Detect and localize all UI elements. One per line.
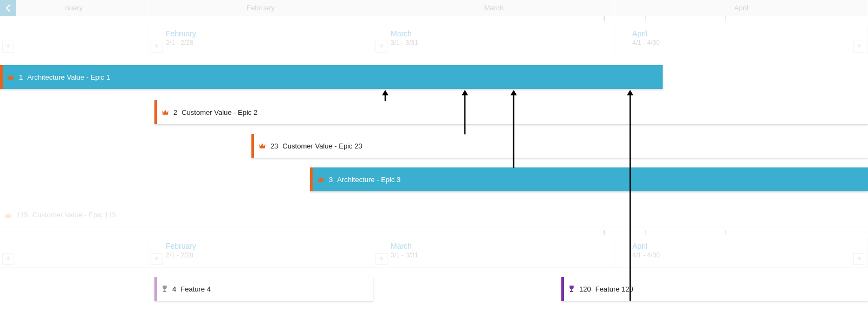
sprint-range: 4/1 - 4/30	[632, 251, 867, 259]
feature-id: 120	[579, 285, 591, 293]
trophy-icon	[161, 285, 168, 293]
sprint-cell-feb[interactable]: February 2/1 - 2/28 +	[148, 237, 373, 268]
tick	[725, 16, 726, 21]
feature-id: 4	[172, 285, 176, 293]
crown-icon	[258, 143, 266, 149]
crown-icon	[161, 109, 169, 115]
epic-id: 1	[19, 73, 23, 81]
add-button[interactable]: +	[853, 41, 865, 53]
tick	[645, 16, 646, 21]
epic-bar[interactable]: 115 Customer Value - Epic 115	[0, 203, 868, 227]
epic-title: Customer Value - Epic 115	[33, 211, 116, 219]
month-header: nuary February March April	[0, 0, 868, 16]
epic-bar[interactable]: 2 Customer Value - Epic 2	[154, 100, 868, 124]
tick	[725, 230, 726, 235]
sprint-name: February	[166, 29, 373, 38]
crown-icon	[317, 176, 325, 183]
add-button[interactable]: +	[853, 253, 865, 265]
add-button[interactable]: +	[151, 253, 163, 265]
month-cell-apr[interactable]: April	[615, 0, 868, 16]
feature-title: Feature 120	[595, 285, 633, 293]
epic-bar[interactable]: 3 Architecture - Epic 3	[310, 167, 868, 191]
sprint-row-bottom: + February 2/1 - 2/28 + March 3/1 - 3/31…	[0, 237, 868, 268]
sprint-cell[interactable]: +	[0, 25, 148, 55]
sprint-name: March	[391, 242, 614, 250]
arrow	[382, 90, 388, 101]
sprint-cell-feb[interactable]: February 2/1 - 2/28 +	[148, 25, 373, 55]
sprint-cell-apr[interactable]: April 4/1 - 4/30 +	[615, 237, 868, 268]
crown-icon	[7, 74, 15, 80]
sprint-range: 4/1 - 4/30	[632, 39, 867, 47]
sprint-range: 2/1 - 2/28	[166, 251, 373, 259]
epic-title: Customer Value - Epic 2	[182, 108, 257, 117]
epic-id: 2	[173, 108, 177, 117]
sprint-cell-apr[interactable]: April 4/1 - 4/30 +	[615, 25, 868, 55]
add-button[interactable]: +	[375, 253, 387, 265]
epic-title: Customer Value - Epic 23	[282, 142, 362, 150]
sprint-row-top: + February 2/1 - 2/28 + March 3/1 - 3/31…	[0, 25, 868, 55]
add-button[interactable]: +	[2, 41, 14, 53]
chevron-left-icon	[5, 4, 11, 12]
sprint-cell-mar[interactable]: March 3/1 - 3/31 +	[373, 25, 615, 55]
trophy-icon	[568, 285, 575, 293]
sprint-range: 3/1 - 3/31	[391, 251, 614, 259]
epic-bar[interactable]: 1 Architecture Value - Epic 1	[0, 65, 663, 89]
feature-title: Feature 4	[180, 285, 211, 293]
epic-bar[interactable]: 23 Customer Value - Epic 23	[251, 134, 868, 158]
tick	[604, 16, 605, 21]
sprint-cell[interactable]: +	[0, 237, 148, 268]
epic-id: 115	[16, 211, 28, 219]
month-cell-feb[interactable]: February	[148, 0, 373, 16]
sprint-name: March	[391, 29, 614, 38]
sprint-range: 3/1 - 3/31	[391, 39, 614, 47]
crown-icon	[4, 212, 12, 218]
sprint-name: April	[632, 29, 867, 38]
sprint-range: 2/1 - 2/28	[166, 39, 373, 47]
month-cell-mar[interactable]: March	[373, 0, 615, 16]
sprint-name: April	[632, 242, 867, 250]
tick	[604, 230, 605, 235]
month-cell-jan[interactable]: nuary	[0, 0, 148, 16]
add-button[interactable]: +	[375, 41, 387, 53]
tick	[645, 230, 646, 235]
epic-title: Architecture Value - Epic 1	[27, 73, 110, 81]
epic-title: Architecture - Epic 3	[337, 176, 400, 184]
feature-bar[interactable]: 120 Feature 120	[561, 277, 868, 301]
epic-id: 3	[329, 176, 333, 184]
add-button[interactable]: +	[151, 41, 163, 53]
back-button[interactable]	[0, 0, 16, 16]
milestone-ticks-mid	[0, 230, 868, 235]
sprint-name: February	[166, 242, 373, 250]
milestone-ticks-top	[0, 16, 868, 21]
add-button[interactable]: +	[2, 253, 14, 265]
sprint-cell-mar[interactable]: March 3/1 - 3/31 +	[373, 237, 615, 268]
epic-id: 23	[270, 142, 278, 150]
feature-bar[interactable]: 4 Feature 4	[154, 277, 373, 301]
